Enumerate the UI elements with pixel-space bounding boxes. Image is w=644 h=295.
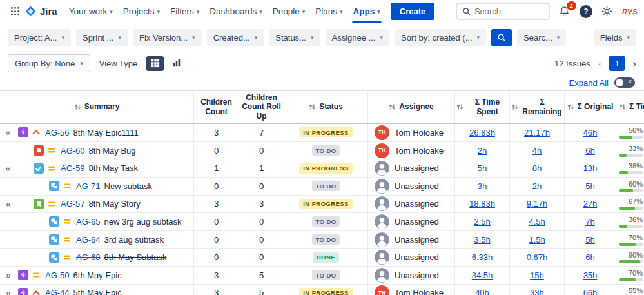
col-header-summary[interactable]: Summary [0, 91, 193, 123]
table-row[interactable]: AG-64 3rd aug subtask 0 0 TO DO Unassign… [0, 231, 644, 249]
issue-key-link[interactable]: AG-65 [76, 217, 101, 227]
issue-key-link[interactable]: AG-57 [61, 199, 85, 209]
page-number-button[interactable]: 1 [609, 56, 625, 71]
expand-all-link[interactable]: Expand All [569, 78, 609, 88]
filter-dropdown[interactable]: Sprint ... ▾ [76, 29, 128, 46]
table-row[interactable]: AG-60 8th May Bug 0 0 TO DO TH Tom Holoa… [0, 142, 644, 160]
original-link[interactable]: 6h [585, 252, 594, 262]
table-row[interactable]: « AG-56 8th May Epic1111 3 7 IN PROGRESS… [0, 124, 644, 142]
issue-key-link[interactable]: AG-60 [61, 146, 85, 156]
time-spent-link[interactable]: 34.5h [472, 270, 493, 280]
col-header-status[interactable]: Status [284, 91, 367, 123]
original-link[interactable]: 5h [585, 235, 594, 245]
time-spent-link[interactable]: 3h [478, 181, 487, 191]
remaining-link[interactable]: 4.5h [529, 217, 545, 227]
expander-icon[interactable]: « [4, 127, 13, 137]
chart-view-button[interactable] [168, 56, 185, 71]
remaining-link[interactable]: 15h [530, 270, 544, 280]
filter-dropdown[interactable]: Created... ▾ [207, 29, 264, 46]
progress-fill [619, 136, 632, 139]
issue-key-link[interactable]: AG-56 [45, 128, 70, 137]
issue-key-link[interactable]: AG-59 [61, 163, 85, 173]
remaining-link[interactable]: 8h [532, 163, 542, 173]
original-link[interactable]: 46h [583, 128, 598, 137]
remaining-link[interactable]: 2h [532, 181, 542, 191]
help-icon[interactable]: ? [580, 5, 592, 18]
nav-item-dashboards[interactable]: Dashboards ▾ [204, 0, 267, 23]
original-link[interactable]: 27h [583, 199, 598, 209]
nav-item-people[interactable]: People ▾ [268, 0, 311, 23]
table-row[interactable]: « AG-57 8th May Story 3 3 IN PROGRESS Un… [0, 196, 644, 214]
issue-key-link[interactable]: AG-50 [45, 270, 70, 280]
fields-dropdown[interactable]: Fields ▾ [594, 29, 636, 46]
table-row[interactable]: AG-68 8th May Subtask 0 0 DONE Unassigne… [0, 249, 644, 267]
expand-all-toggle[interactable]: × [614, 77, 635, 88]
table-row[interactable]: » AG-50 6th May Epic 3 5 TO DO Unassigne… [0, 267, 644, 285]
original-link[interactable]: 13h [583, 163, 598, 173]
expander-icon[interactable]: » [4, 288, 13, 295]
remaining-link[interactable]: 9.17h [527, 199, 548, 209]
table-row[interactable]: » AG-44 5th May Epic 3 5 IN PROGRESS TH … [0, 285, 644, 295]
issue-key-link[interactable]: AG-64 [76, 235, 101, 245]
nav-item-filters[interactable]: Filters ▾ [165, 0, 204, 23]
time-spent-link[interactable]: 6.33h [472, 252, 493, 262]
jira-logo[interactable]: Jira [24, 5, 57, 17]
nav-item-your-work[interactable]: Your work ▾ [64, 0, 118, 23]
table-row[interactable]: AG-71 New subtask 0 0 TO DO Unassigned 3… [0, 178, 644, 196]
expander-icon[interactable]: « [4, 163, 13, 174]
time-spent-link[interactable]: 3.5h [474, 235, 490, 245]
filter-dropdown[interactable]: Project: A... ▾ [8, 29, 71, 46]
filter-dropdown[interactable]: Fix Version... ▾ [133, 29, 202, 46]
filter-dropdown[interactable]: Status... ▾ [269, 29, 320, 46]
filter-dropdown[interactable]: Assignee ... ▾ [326, 29, 389, 46]
time-spent-link[interactable]: 2h [478, 146, 487, 156]
table-row[interactable]: « AG-59 8th May Task 1 1 IN PROGRESS Una… [0, 159, 644, 178]
remaining-link[interactable]: 1.5h [529, 235, 545, 245]
remaining-link[interactable]: 4h [532, 146, 542, 156]
time-spent-link[interactable]: 2.5h [474, 217, 490, 227]
time-spent-link[interactable]: 40h [475, 288, 489, 295]
apply-search-button[interactable] [491, 29, 512, 46]
col-header-assignee[interactable]: Assignee [367, 91, 454, 123]
app-switcher-icon[interactable] [6, 3, 23, 20]
original-link[interactable]: 7h [585, 217, 594, 227]
original-link[interactable]: 35h [583, 270, 598, 280]
time-spent-link[interactable]: 5h [478, 163, 487, 173]
search-input[interactable] [474, 6, 543, 16]
status-cell: TO DO [284, 213, 367, 230]
time-spent-link[interactable]: 18.83h [469, 199, 495, 209]
original-link[interactable]: 5h [585, 181, 594, 191]
nav-item-apps[interactable]: Apps ▾ [348, 0, 385, 23]
col-header-children-rollup[interactable]: Children Count Roll Up [239, 91, 284, 123]
notifications-bell-icon[interactable]: 2 [558, 5, 572, 19]
create-button[interactable]: Create [391, 3, 434, 20]
expander-icon[interactable]: » [4, 270, 13, 280]
col-header-remaining[interactable]: Σ Remaining [509, 91, 564, 123]
nav-item-projects[interactable]: Projects ▾ [118, 0, 165, 23]
table-row[interactable]: AG-65 new 3rg aug subtask 0 0 TO DO Unas… [0, 213, 644, 231]
original-link[interactable]: 66h [583, 288, 598, 295]
col-header-time-tracking[interactable]: Σ Time [616, 91, 644, 123]
rvs-app-logo[interactable]: RVS [622, 8, 638, 15]
issue-key-link[interactable]: AG-71 [76, 181, 101, 191]
remaining-link[interactable]: 21.17h [524, 128, 550, 137]
chevron-right-icon[interactable]: › [632, 58, 636, 69]
original-link[interactable]: 6h [585, 146, 594, 156]
chevron-left-icon[interactable]: ‹ [598, 58, 602, 69]
global-search[interactable] [456, 3, 550, 20]
filter-dropdown[interactable]: Sort by: created (... ▾ [395, 29, 486, 46]
group-by-dropdown[interactable]: Group By: None ▾ [8, 54, 90, 72]
nav-item-plans[interactable]: Plans ▾ [310, 0, 347, 23]
grid-view-button[interactable] [146, 56, 164, 71]
remaining-link[interactable]: 0.67h [527, 252, 548, 262]
col-header-original[interactable]: Σ Original [564, 91, 616, 123]
issue-key-link[interactable]: AG-44 [45, 288, 70, 295]
search-more-dropdown[interactable]: Searc... ▾ [517, 29, 566, 46]
col-header-children-count[interactable]: Children Count [193, 91, 239, 123]
time-spent-link[interactable]: 26.83h [469, 128, 495, 137]
col-header-time-spent[interactable]: Σ Time Spent [454, 91, 509, 123]
issue-key-link[interactable]: AG-68 [76, 252, 101, 262]
settings-gear-icon[interactable] [600, 5, 614, 19]
remaining-link[interactable]: 33h [530, 288, 544, 295]
expander-icon[interactable]: « [4, 199, 13, 209]
